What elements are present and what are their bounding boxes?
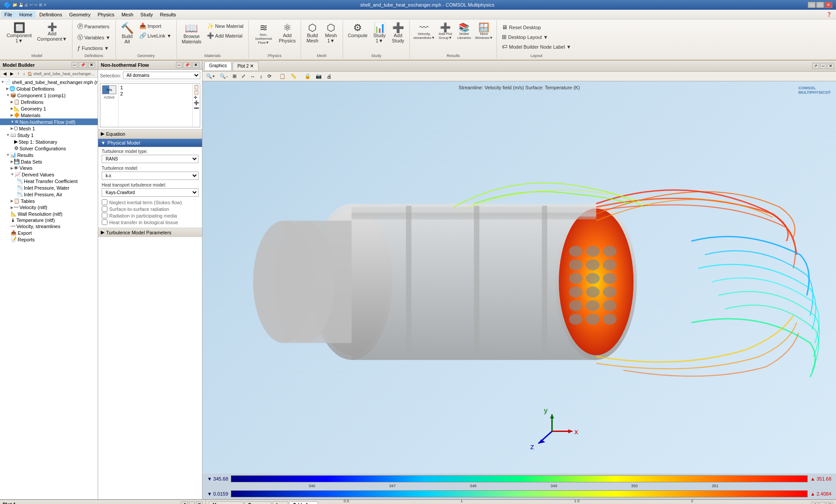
add-physics-button[interactable]: ⚛ AddPhysics <box>277 21 298 45</box>
maximize-btn[interactable]: □ <box>816 2 824 8</box>
cursor-tool[interactable]: ✛ <box>194 95 199 100</box>
paste-tool[interactable]: 📋 <box>194 90 199 95</box>
tree-geometry1[interactable]: ▶ 📐 Geometry 1 <box>0 105 98 112</box>
more-windows-button[interactable]: 🪟 MoreWindows▼ <box>474 21 494 42</box>
pan-h-btn[interactable]: ↔ <box>248 73 257 80</box>
selection-dropdown[interactable]: All domains <box>123 72 200 79</box>
build-mesh-button[interactable]: ⬡ BuildMesh <box>304 21 321 45</box>
turb-type-dropdown[interactable]: RANS <box>102 155 199 163</box>
physical-model-section-header[interactable]: ▼ Physical Model <box>98 138 202 147</box>
select-btn[interactable]: 📋 <box>278 73 287 80</box>
menu-home[interactable]: Home <box>16 11 36 18</box>
menu-geometry[interactable]: Geometry <box>65 11 94 18</box>
tree-datasets[interactable]: ▶ 💾 Data Sets <box>0 158 98 165</box>
tree-definitions[interactable]: ▶ 📋 Definitions <box>0 99 98 105</box>
zoom-out-btn[interactable]: 🔍- <box>218 73 229 80</box>
tree-mesh1[interactable]: ▶ ⬡ Mesh 1 <box>0 125 98 132</box>
import-button[interactable]: 📥 Import <box>137 21 174 31</box>
lock-btn[interactable]: 🔒 <box>303 73 313 80</box>
tab-graphics[interactable]: Graphics <box>204 61 232 70</box>
gfx-close[interactable]: ✕ <box>827 63 834 69</box>
compute-button[interactable]: ⚙ Compute <box>346 21 370 40</box>
velocity-streamlines-button[interactable]: 〰 Velocity,streamlines▼ <box>412 21 435 42</box>
copy-tool[interactable]: 📋 <box>194 84 199 89</box>
domain-item-1[interactable]: 1 <box>119 84 191 91</box>
add-tool[interactable]: ➕ <box>194 100 199 105</box>
forward-btn[interactable]: ▶ <box>9 71 15 76</box>
cb-neglect-input[interactable] <box>102 199 107 205</box>
desktop-layout-button[interactable]: ⊞ Desktop Layout ▼ <box>500 32 573 42</box>
down-btn[interactable]: ↓ <box>22 71 27 76</box>
zoom-box-btn[interactable]: ⊞ <box>231 73 238 80</box>
cb-surface-rad-input[interactable] <box>102 206 107 212</box>
gfx-pin[interactable]: ─ <box>820 63 826 69</box>
plot1-pin[interactable]: ─ <box>189 501 195 504</box>
tree-velocity-nitf[interactable]: ▶ 〰 Velocity (nitf) <box>0 204 98 210</box>
add-component-button[interactable]: ➕ AddComponent▼ <box>35 21 69 43</box>
domain-toggle[interactable]: ON <box>102 85 116 94</box>
tree-step1[interactable]: ▶ Step 1: Stationary <box>0 138 98 145</box>
rotate-btn[interactable]: ⟳ <box>266 73 273 80</box>
tab-table1[interactable]: Table 1 ✕ <box>289 501 318 504</box>
menu-physics[interactable]: Physics <box>94 11 118 18</box>
up-btn[interactable]: ↑ <box>16 71 21 76</box>
fit-btn[interactable]: ⤢ <box>240 73 247 80</box>
mb-close[interactable]: ✕ <box>88 62 95 68</box>
msg-close-btn[interactable]: ✕ <box>826 502 833 504</box>
mb-pin[interactable]: 📌 <box>79 62 87 68</box>
plot1-undock[interactable]: ↗ <box>181 501 188 504</box>
back-btn[interactable]: ◀ <box>2 71 8 76</box>
non-isothermal-button[interactable]: ≋ Non-Isothermal Flow▼ <box>252 21 276 46</box>
variables-button[interactable]: Ⓥ Variables ▼ <box>75 32 113 43</box>
nitf-pin[interactable]: 📌 <box>183 62 191 68</box>
heat-trans-dropdown[interactable]: Kays-Crawford <box>102 188 199 197</box>
parameters-button[interactable]: Ⓟ Parameters <box>75 21 113 32</box>
msg-pin[interactable]: ─ <box>819 502 825 504</box>
node-label-button[interactable]: 🏷 Model Builder Node Label ▼ <box>500 42 573 51</box>
tree-results[interactable]: ▼ 📊 Results <box>0 152 98 158</box>
functions-button[interactable]: ƒ Functions ▼ <box>75 43 113 53</box>
print-btn[interactable]: 🖨 <box>325 73 333 80</box>
tree-reports[interactable]: 📝 Reports <box>0 236 98 243</box>
measure-btn[interactable]: 📏 <box>289 73 298 80</box>
plot2-close[interactable]: ✕ <box>250 63 254 69</box>
tree-temperature[interactable]: 🌡 Temperature (nitf) <box>0 217 98 223</box>
tab-log[interactable]: Log <box>272 501 288 504</box>
minimize-btn[interactable]: ─ <box>808 2 816 8</box>
cb-participating-input[interactable] <box>102 213 107 218</box>
tree-study1[interactable]: ▼ 📖 Study 1 <box>0 132 98 138</box>
camera-btn[interactable]: 📷 <box>314 73 324 80</box>
equation-section-header[interactable]: ▶ Equation <box>98 129 202 138</box>
livelink-button[interactable]: 🔗 LiveLink ▼ <box>137 31 174 40</box>
build-all-button[interactable]: 🔨 BuildAll <box>118 21 136 46</box>
domain-item-2[interactable]: 2 <box>119 91 191 97</box>
new-material-button[interactable]: ✨ New Material <box>205 21 246 31</box>
tab-plot2[interactable]: Plot 2 ✕ <box>233 61 259 70</box>
tree-velocity-streamlines[interactable]: 〰 Velocity, streamlines <box>0 223 98 229</box>
turb-model-dropdown[interactable]: k-ε <box>102 172 199 180</box>
gfx-undock[interactable]: ↗ <box>812 63 819 69</box>
menu-study[interactable]: Study <box>137 11 157 18</box>
browse-materials-button[interactable]: 📖 BrowseMaterials <box>179 21 204 46</box>
titlebar-controls[interactable]: ─ □ ✕ <box>808 2 832 8</box>
study1-button[interactable]: 📊 Study1▼ <box>370 21 388 45</box>
reset-desktop-button[interactable]: 🖥 Reset Desktop <box>500 23 573 32</box>
mb-minimize[interactable]: ─ <box>72 62 78 68</box>
msg-undock[interactable]: ↗ <box>811 502 818 504</box>
tab-progress[interactable]: Progress <box>244 501 271 504</box>
tree-wall-resolution[interactable]: 📐 Wall Resolution (nitf) <box>0 210 98 217</box>
plot1-close[interactable]: ✕ <box>196 501 203 504</box>
menu-mesh[interactable]: Mesh <box>118 11 137 18</box>
tree-global-defs[interactable]: ▶ 🌐 Global Definitions <box>0 85 98 92</box>
menu-results[interactable]: Results <box>157 11 180 18</box>
tree-export[interactable]: 📤 Export <box>0 229 98 236</box>
tree-inlet-pressure-air[interactable]: 📉 Inlet Pressure, Air <box>0 191 98 198</box>
pan-v-btn[interactable]: ↕ <box>258 73 264 80</box>
tab-messages[interactable]: Messages ✕ <box>209 501 244 504</box>
tree-htc[interactable]: 📉 Heat Transfer Coefficient <box>0 178 98 184</box>
menu-definitions[interactable]: Definitions <box>36 11 65 18</box>
mesh1-button[interactable]: ⬡ Mesh1▼ <box>322 21 340 45</box>
tree-inlet-pressure-water[interactable]: 📉 Inlet Pressure, Water <box>0 184 98 191</box>
tree-comp1[interactable]: ▼ 📦 Component 1 (comp1) <box>0 92 98 99</box>
tree-derived-values[interactable]: ▼ 📈 Derived Values <box>0 171 98 178</box>
